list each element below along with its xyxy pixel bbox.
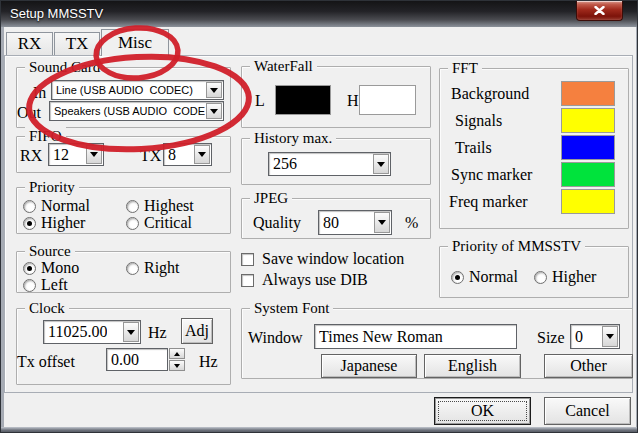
spinner-up-button[interactable] — [169, 348, 185, 359]
fifo-rx-value: 12 — [53, 146, 69, 164]
priority-mmsstv-normal-label: Normal — [469, 269, 518, 285]
tx-offset-field[interactable]: 0.00 — [106, 348, 168, 371]
tab-tx[interactable]: TX — [54, 32, 100, 55]
close-icon — [594, 6, 605, 15]
tab-misc[interactable]: Misc — [101, 29, 169, 56]
save-window-location-label: Save window location — [262, 250, 404, 268]
radio-icon — [534, 271, 547, 284]
history-max-value: 256 — [273, 155, 297, 173]
cancel-button[interactable]: Cancel — [544, 397, 631, 425]
fifo-tx-label: TX — [140, 148, 161, 164]
clock-freq-dropdown-button[interactable] — [123, 322, 139, 342]
fft-sync-marker-color-swatch[interactable] — [561, 162, 615, 187]
source-left-label: Left — [41, 277, 68, 293]
sound-in-value: Line (USB AUDIO CODEC) — [56, 84, 193, 96]
chevron-down-icon — [198, 152, 206, 157]
priority-mmsstv-higher-radio[interactable]: Higher — [534, 269, 596, 285]
titlebar[interactable]: Setup MMSSTV — [1, 1, 638, 27]
jpeg-quality-combobox[interactable]: 80 — [318, 210, 392, 235]
close-button[interactable] — [576, 1, 623, 21]
priority-normal-radio[interactable]: Normal — [23, 198, 90, 214]
jpeg-quality-dropdown-button[interactable] — [374, 212, 390, 233]
fft-background-label: Background — [451, 86, 529, 102]
sound-out-combobox[interactable]: Speakers (USB AUDIO CODE — [49, 101, 224, 121]
jpeg-percent-label: % — [405, 215, 418, 231]
japanese-button-label: Japanese — [341, 357, 398, 375]
spinner-down-button[interactable] — [169, 360, 185, 371]
priority-normal-label: Normal — [41, 198, 90, 214]
sound-in-combobox[interactable]: Line (USB AUDIO CODEC) — [51, 80, 224, 100]
jpeg-quality-value: 80 — [323, 214, 339, 232]
waterfall-group-label: WaterFall — [250, 57, 317, 75]
font-size-label: Size — [537, 330, 565, 346]
history-max-combobox[interactable]: 256 — [268, 152, 391, 176]
radio-icon — [126, 200, 139, 213]
priority-higher-label: Higher — [41, 215, 85, 231]
history-max-dropdown-button[interactable] — [373, 154, 389, 174]
fifo-tx-combobox[interactable]: 8 — [163, 143, 212, 166]
fft-background-color-swatch[interactable] — [561, 81, 615, 106]
clock-group-label: Clock — [25, 299, 69, 317]
save-window-location-checkbox[interactable]: Save window location — [241, 250, 404, 268]
jpeg-quality-label: Quality — [253, 215, 301, 231]
fft-signals-color-swatch[interactable] — [561, 108, 615, 133]
setup-mmsstv-dialog: Setup MMSSTV RX TX Misc Sound Card In Li… — [0, 0, 638, 433]
font-size-combobox[interactable]: 0 — [570, 324, 620, 349]
priority-of-mmsstv-group-label: Priority of MMSSTV — [448, 237, 585, 255]
priority-highest-radio[interactable]: Highest — [126, 198, 194, 214]
jpeg-group-label: JPEG — [250, 189, 292, 207]
source-mono-radio[interactable]: Mono — [23, 260, 79, 276]
fft-sync-marker-label: Sync marker — [451, 167, 532, 183]
always-use-dib-checkbox[interactable]: Always use DIB — [241, 271, 368, 289]
source-left-radio[interactable]: Left — [23, 277, 68, 293]
sound-out-value: Speakers (USB AUDIO CODE — [54, 105, 205, 117]
japanese-button[interactable]: Japanese — [321, 354, 417, 378]
fft-freq-marker-color-swatch[interactable] — [561, 189, 615, 214]
tx-offset-unit-label: Hz — [199, 354, 218, 370]
waterfall-l-label: L — [255, 93, 265, 109]
tab-tx-label: TX — [66, 34, 89, 54]
priority-mmsstv-normal-radio[interactable]: Normal — [451, 269, 518, 285]
clock-freq-value: 11025.00 — [48, 323, 107, 341]
checkbox-icon — [241, 253, 254, 266]
clock-adj-button[interactable]: Adj — [181, 318, 213, 344]
waterfall-low-color-swatch[interactable] — [275, 85, 331, 115]
radio-icon — [126, 217, 139, 230]
font-size-dropdown-button[interactable] — [602, 326, 618, 347]
priority-critical-radio[interactable]: Critical — [126, 215, 192, 231]
english-button-label: English — [448, 357, 497, 375]
other-button[interactable]: Other — [544, 354, 633, 378]
fifo-rx-dropdown-button[interactable] — [86, 145, 102, 164]
radio-checked-icon — [23, 217, 36, 230]
chevron-down-icon — [606, 334, 614, 339]
arrow-up-icon — [174, 352, 180, 356]
priority-group-label: Priority — [25, 178, 79, 196]
source-right-radio[interactable]: Right — [126, 260, 180, 276]
tab-rx[interactable]: RX — [6, 32, 53, 55]
sound-in-dropdown-button[interactable] — [206, 82, 222, 98]
font-window-input[interactable] — [314, 324, 517, 349]
radio-icon — [23, 200, 36, 213]
priority-higher-radio[interactable]: Higher — [23, 215, 85, 231]
priority-critical-label: Critical — [144, 215, 192, 231]
chevron-down-icon — [90, 152, 98, 157]
cancel-button-label: Cancel — [565, 402, 609, 420]
other-button-label: Other — [570, 357, 606, 375]
radio-checked-icon — [23, 262, 36, 275]
sound-out-dropdown-button[interactable] — [206, 103, 222, 119]
fft-trails-color-swatch[interactable] — [561, 135, 615, 160]
clock-freq-combobox[interactable]: 11025.00 — [43, 320, 141, 344]
clock-hz-label: Hz — [148, 325, 167, 341]
english-button[interactable]: English — [424, 354, 521, 378]
checkbox-icon — [241, 274, 254, 287]
sound-out-label: Out — [17, 105, 41, 121]
tab-rx-label: RX — [18, 34, 42, 54]
chevron-down-icon — [210, 109, 218, 114]
fifo-tx-dropdown-button[interactable] — [194, 145, 210, 164]
clock-adj-label: Adj — [185, 322, 209, 340]
waterfall-high-color-swatch[interactable] — [359, 85, 416, 115]
ok-button[interactable]: OK — [434, 397, 531, 425]
source-mono-label: Mono — [41, 260, 79, 276]
chevron-down-icon — [377, 162, 385, 167]
fifo-rx-combobox[interactable]: 12 — [48, 143, 104, 166]
